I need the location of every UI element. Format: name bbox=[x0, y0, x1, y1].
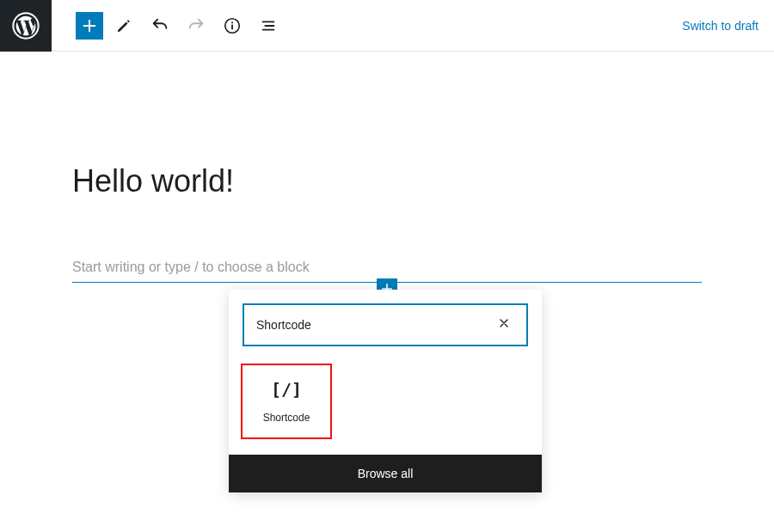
plus-icon bbox=[80, 16, 99, 35]
svg-rect-3 bbox=[231, 24, 233, 29]
empty-block-row: Start writing or type / to choose a bloc… bbox=[72, 260, 702, 283]
editor-canvas: Hello world! Start writing or type / to … bbox=[0, 163, 774, 283]
add-block-button[interactable] bbox=[76, 12, 103, 40]
inserter-search-row bbox=[229, 290, 542, 360]
shortcode-icon: [/] bbox=[271, 379, 302, 400]
redo-button bbox=[181, 10, 212, 41]
details-button[interactable] bbox=[217, 10, 248, 41]
list-icon bbox=[259, 16, 278, 35]
clear-search-button[interactable] bbox=[494, 313, 514, 337]
redo-icon bbox=[187, 16, 206, 35]
browse-all-button[interactable]: Browse all bbox=[229, 455, 542, 492]
wordpress-logo[interactable] bbox=[0, 0, 52, 52]
undo-button[interactable] bbox=[144, 10, 175, 41]
outline-button[interactable] bbox=[253, 10, 284, 41]
top-bar-right: Switch to draft bbox=[682, 18, 774, 34]
inserter-search-box bbox=[243, 303, 528, 346]
block-tile-shortcode[interactable]: [/] Shortcode bbox=[241, 364, 332, 439]
edit-tool-button[interactable] bbox=[108, 10, 139, 41]
editor-toolbar bbox=[52, 10, 284, 41]
close-icon bbox=[497, 316, 511, 330]
inserter-results: [/] Shortcode bbox=[229, 360, 542, 455]
undo-icon bbox=[150, 16, 169, 35]
editor-top-bar: Switch to draft bbox=[0, 0, 774, 52]
post-title[interactable]: Hello world! bbox=[72, 163, 702, 199]
block-tile-label: Shortcode bbox=[263, 412, 310, 424]
inserter-search-input[interactable] bbox=[256, 318, 494, 332]
pencil-icon bbox=[114, 16, 133, 35]
wordpress-icon bbox=[12, 12, 40, 40]
info-icon bbox=[223, 16, 242, 35]
block-inserter-popover: [/] Shortcode Browse all bbox=[229, 290, 542, 492]
switch-to-draft-link[interactable]: Switch to draft bbox=[682, 19, 759, 33]
svg-point-2 bbox=[231, 21, 233, 23]
